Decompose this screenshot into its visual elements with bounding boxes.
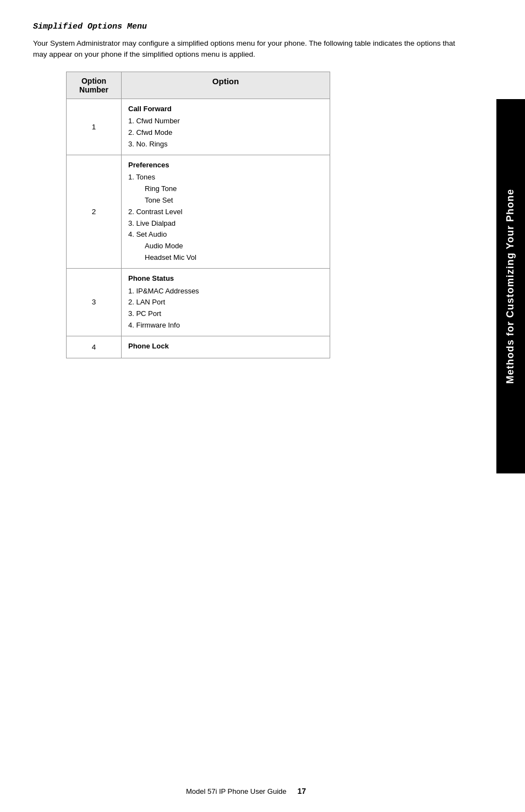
option-main-label: Phone Lock: [128, 341, 323, 352]
side-tab-text: Methods for Customizing Your Phone: [505, 189, 517, 384]
col-header-option: Option: [122, 72, 330, 99]
option-sub-label: 2. Contrast Level: [128, 206, 323, 218]
table-row: 3Phone Status1. IP&MAC Addresses2. LAN P…: [67, 268, 330, 336]
option-main-label: Call Forward: [128, 103, 323, 115]
option-sub-label: 2. LAN Port: [128, 297, 323, 308]
option-main-label: Preferences: [128, 160, 323, 171]
row-number: 2: [67, 155, 122, 268]
option-sub-label: 3. Live Dialpad: [128, 218, 323, 230]
row-number: 4: [67, 336, 122, 358]
option-sub-label: Headset Mic Vol: [128, 252, 323, 264]
row-option: Phone Status1. IP&MAC Addresses2. LAN Po…: [122, 268, 330, 336]
footer: Model 57i IP Phone User Guide 17: [0, 787, 525, 795]
option-sub-label: 2. Cfwd Mode: [128, 127, 323, 139]
row-option: Preferences1. TonesRing ToneTone Set2. C…: [122, 155, 330, 268]
option-sub-label: 1. IP&MAC Addresses: [128, 286, 323, 297]
option-sub-label: 1. Tones: [128, 172, 323, 183]
option-sub-label: Audio Mode: [128, 241, 323, 252]
options-table: Option Number Option 1Call Forward1. Cfw…: [66, 72, 330, 358]
row-number: 3: [67, 268, 122, 336]
row-option: Call Forward1. Cfwd Number2. Cfwd Mode3.…: [122, 99, 330, 155]
row-option: Phone Lock: [122, 336, 330, 358]
table-row: 4Phone Lock: [67, 336, 330, 358]
option-sub-label: 1. Cfwd Number: [128, 116, 323, 127]
option-main-label: Phone Status: [128, 273, 323, 285]
table-row: 1Call Forward1. Cfwd Number2. Cfwd Mode3…: [67, 99, 330, 155]
option-sub-label: 4. Firmware Info: [128, 320, 323, 331]
option-sub-label: Ring Tone: [128, 183, 323, 195]
side-tab: Methods for Customizing Your Phone: [496, 99, 525, 473]
option-sub-label: 4. Set Audio: [128, 229, 323, 241]
option-sub-label: 3. No. Rings: [128, 139, 323, 150]
intro-text: Your System Administrator may configure …: [33, 38, 459, 61]
option-sub-label: Tone Set: [128, 195, 323, 206]
table-row: 2Preferences1. TonesRing ToneTone Set2. …: [67, 155, 330, 268]
section-title: Simplified Options Menu: [33, 22, 459, 31]
footer-text: Model 57i IP Phone User Guide: [186, 787, 287, 795]
col-header-number: Option Number: [67, 72, 122, 99]
option-sub-label: 3. PC Port: [128, 308, 323, 320]
row-number: 1: [67, 99, 122, 155]
footer-page: 17: [298, 787, 307, 795]
